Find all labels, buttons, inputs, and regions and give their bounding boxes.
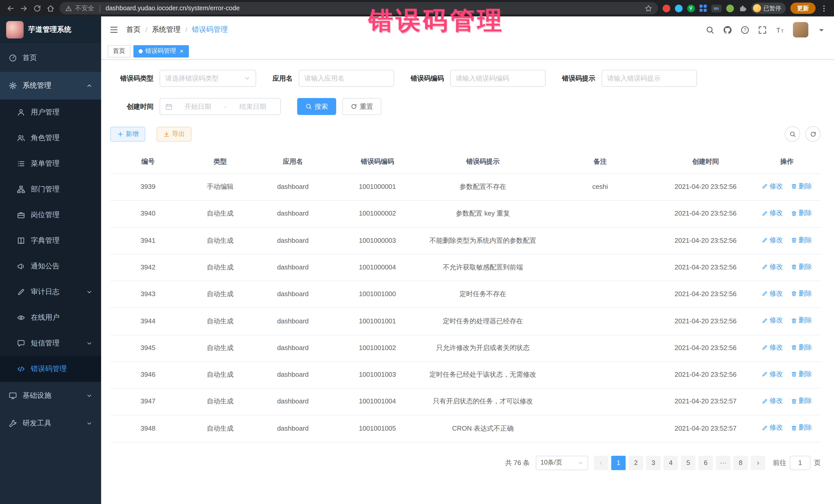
toggle-search-button[interactable]	[785, 126, 800, 141]
sidebar-item-system-management[interactable]: 系统管理	[0, 72, 101, 100]
sidebar-item-home[interactable]: 首页	[0, 44, 101, 72]
edit-link[interactable]: 修改	[762, 262, 783, 272]
edit-link[interactable]: 修改	[762, 235, 783, 245]
sidebar-item-user-management[interactable]: 用户管理	[0, 100, 101, 125]
delete-link[interactable]: 删除	[791, 396, 812, 406]
cell-actions: 修改 删除	[753, 201, 821, 227]
prev-page-button[interactable]: ‹	[594, 456, 608, 470]
sidebar-toggle-icon[interactable]	[109, 25, 118, 35]
sidebar-item-sms-management[interactable]: 短信管理	[0, 330, 101, 356]
sidebar-item-dept-management[interactable]: 部门管理	[0, 177, 101, 202]
delete-link[interactable]: 删除	[791, 423, 812, 433]
delete-link[interactable]: 删除	[791, 209, 812, 218]
tab-close-icon[interactable]: ×	[180, 48, 183, 54]
reset-button[interactable]: 重置	[342, 98, 381, 115]
page-button[interactable]: 3	[646, 456, 660, 470]
bookmark-star-icon[interactable]	[644, 4, 652, 12]
extensions-puzzle-icon[interactable]	[738, 4, 746, 12]
sidebar-item-dev-tools[interactable]: 研发工具	[0, 410, 101, 437]
extension-icon-leaf[interactable]	[726, 4, 734, 12]
sidebar-item-menu-management[interactable]: 菜单管理	[0, 151, 101, 177]
date-range-picker[interactable]: -	[160, 98, 281, 115]
security-warning-icon	[65, 5, 72, 12]
chrome-menu-icon[interactable]	[820, 4, 828, 12]
tab-error-code-management[interactable]: 错误码管理 ×	[133, 45, 189, 57]
home-icon[interactable]	[46, 4, 55, 13]
forward-icon[interactable]	[20, 4, 28, 13]
breadcrumb-home[interactable]: 首页	[126, 25, 140, 35]
github-icon[interactable]	[723, 25, 732, 34]
sidebar-item-label: 在线用户	[31, 313, 60, 322]
edit-link[interactable]: 修改	[762, 370, 783, 379]
date-start-input[interactable]	[176, 103, 220, 110]
delete-link[interactable]: 删除	[791, 289, 812, 299]
extension-icon-drop[interactable]	[675, 4, 682, 12]
page-content: 错误码类型 应用名 错误码编码	[101, 60, 834, 504]
page-button[interactable]: ···	[716, 456, 730, 470]
sidebar-item-post-management[interactable]: 岗位管理	[0, 202, 101, 228]
chrome-update-button[interactable]: 更新	[790, 3, 815, 14]
app-name-input[interactable]	[304, 74, 389, 82]
edit-link[interactable]: 修改	[762, 423, 783, 433]
error-type-select-input[interactable]	[165, 74, 241, 82]
user-avatar[interactable]	[793, 22, 808, 38]
sidebar-item-label: 短信管理	[31, 339, 60, 348]
page-button[interactable]: 1	[611, 456, 626, 470]
tab-home[interactable]: 首页	[108, 45, 130, 57]
export-button[interactable]: 导出	[156, 127, 192, 141]
error-type-select[interactable]	[160, 70, 256, 87]
page-button[interactable]: 4	[664, 456, 678, 470]
error-message-input[interactable]	[607, 74, 691, 82]
help-icon[interactable]	[741, 25, 749, 34]
delete-link[interactable]: 删除	[791, 370, 812, 379]
page-button[interactable]: 5	[681, 456, 696, 470]
next-page-button[interactable]: ›	[751, 456, 765, 470]
sidebar-item-audit-log[interactable]: 审计日志	[0, 279, 101, 305]
back-icon[interactable]	[6, 4, 15, 13]
search-icon[interactable]	[706, 25, 715, 34]
address-bar[interactable]: 不安全 | dashboard.yudao.iocoder.cn/system/…	[60, 2, 658, 14]
extension-icon-v[interactable]: V	[687, 4, 695, 12]
page-button[interactable]: 2	[629, 456, 643, 470]
page-size-select[interactable]: 10条/页	[536, 456, 588, 470]
edit-link[interactable]: 修改	[762, 209, 783, 218]
delete-link[interactable]: 删除	[791, 182, 812, 192]
delete-link[interactable]: 删除	[791, 235, 812, 245]
extension-icon-on[interactable]: on	[711, 4, 721, 12]
error-code-input[interactable]	[456, 74, 540, 82]
edit-link[interactable]: 修改	[762, 316, 783, 326]
app-name-field	[299, 70, 394, 87]
edit-link[interactable]: 修改	[762, 182, 783, 192]
sidebar-item-role-management[interactable]: 角色管理	[0, 125, 101, 151]
add-button[interactable]: 新增	[110, 127, 145, 141]
cell-code: 1001001002	[331, 335, 424, 361]
refresh-table-button[interactable]	[805, 126, 821, 141]
logo[interactable]: 芋道管理系统	[0, 17, 101, 43]
page-button[interactable]: 6	[699, 456, 713, 470]
sidebar-item-online-users[interactable]: 在线用户	[0, 305, 101, 330]
delete-link[interactable]: 删除	[791, 316, 812, 326]
extension-icon-grid[interactable]	[699, 5, 706, 12]
edit-link[interactable]: 修改	[762, 289, 783, 299]
sidebar-item-notice[interactable]: 通知公告	[0, 254, 101, 279]
page-button[interactable]: 8	[733, 456, 748, 470]
date-end-input[interactable]	[231, 103, 275, 110]
reload-icon[interactable]	[33, 4, 42, 13]
edit-link[interactable]: 修改	[762, 343, 783, 352]
caret-down-icon[interactable]	[817, 25, 826, 34]
page-jump-input[interactable]	[790, 456, 810, 470]
font-size-icon[interactable]	[775, 25, 784, 34]
search-button[interactable]: 搜索	[297, 98, 336, 115]
sidebar-item-dict-management[interactable]: 字典管理	[0, 228, 101, 254]
delete-link[interactable]: 删除	[791, 262, 812, 272]
breadcrumb-system[interactable]: 系统管理	[152, 25, 181, 35]
sidebar-item-error-code-management[interactable]: 错误码管理	[0, 356, 101, 382]
extension-icon-red[interactable]	[662, 4, 670, 12]
edit-link[interactable]: 修改	[762, 396, 783, 406]
delete-link[interactable]: 删除	[791, 343, 812, 352]
cell-id: 3943	[110, 281, 185, 308]
main-area: 首页 / 系统管理 / 错误码管理 首页	[101, 17, 834, 504]
fullscreen-icon[interactable]	[758, 25, 767, 34]
sidebar-item-infrastructure[interactable]: 基础设施	[0, 382, 101, 410]
profile-paused-badge[interactable]: 已暂停	[751, 3, 786, 14]
